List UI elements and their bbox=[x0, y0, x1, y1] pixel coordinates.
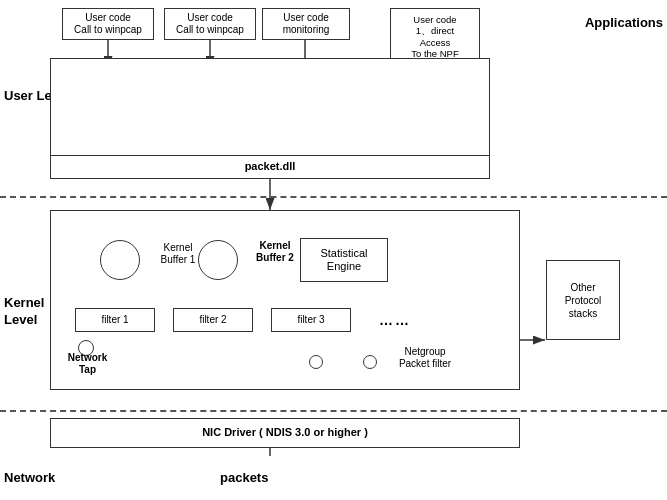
network-tap-label: NetworkTap bbox=[55, 352, 120, 376]
filter-2-box: filter 2 bbox=[173, 308, 253, 332]
kernel-level-label: KernelLevel bbox=[4, 295, 44, 329]
netgroup-label: NetgroupPacket filter bbox=[370, 346, 480, 370]
kernel-buffer-1-circle bbox=[100, 240, 140, 280]
other-protocol-box: OtherProtocolstacks bbox=[546, 260, 620, 340]
diagram-container: User Lever Applications User codeCall to… bbox=[0, 0, 667, 500]
network-label: Network bbox=[4, 470, 55, 487]
user-code-3: User codemonitoring bbox=[262, 8, 350, 40]
nic-driver-box: NIC Driver ( NDIS 3.0 or higher ) bbox=[50, 418, 520, 448]
netgroup-circle-1 bbox=[309, 355, 323, 369]
dashed-line-2 bbox=[0, 410, 667, 412]
packet-dll-box: packet.dll bbox=[50, 155, 490, 179]
dashed-line-1 bbox=[0, 196, 667, 198]
filter-3-box: filter 3 bbox=[271, 308, 351, 332]
user-code-1: User codeCall to winpcap bbox=[62, 8, 154, 40]
packets-label: packets bbox=[220, 470, 268, 486]
kernel-buffer-2-circle bbox=[198, 240, 238, 280]
user-code-2: User codeCall to winpcap bbox=[164, 8, 256, 40]
filter-dots: …… bbox=[365, 312, 425, 329]
user-level-box bbox=[50, 58, 490, 158]
filter-1-box: filter 1 bbox=[75, 308, 155, 332]
statistical-engine-box: StatisticalEngine bbox=[300, 238, 388, 282]
applications-label: Applications bbox=[585, 15, 663, 32]
